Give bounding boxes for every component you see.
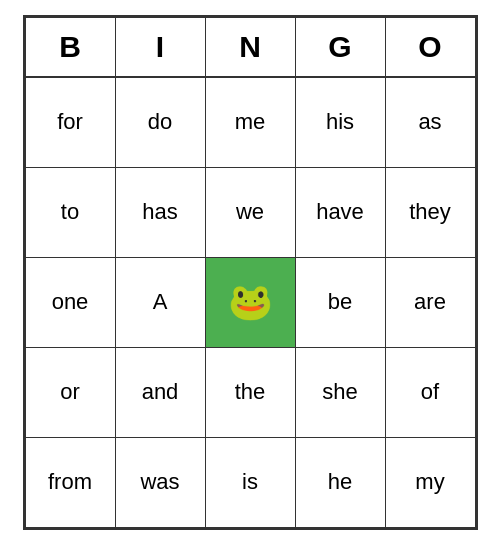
bingo-cell-r3-c3: she bbox=[295, 347, 385, 437]
bingo-cell-r1-c4: they bbox=[385, 167, 475, 257]
bingo-cell-r3-c2: the bbox=[205, 347, 295, 437]
bingo-cell-r3-c0: or bbox=[25, 347, 115, 437]
table-row: oneA🐸beare bbox=[25, 257, 475, 347]
bingo-cell-r4-c4: my bbox=[385, 437, 475, 527]
bingo-cell-r1-c2: we bbox=[205, 167, 295, 257]
bingo-cell-r0-c4: as bbox=[385, 77, 475, 167]
bingo-cell-r3-c1: and bbox=[115, 347, 205, 437]
header-cell-i: I bbox=[115, 17, 205, 77]
table-row: fromwasishemy bbox=[25, 437, 475, 527]
bingo-cell-r0-c1: do bbox=[115, 77, 205, 167]
bingo-cell-r2-c1: A bbox=[115, 257, 205, 347]
bingo-cell-r4-c3: he bbox=[295, 437, 385, 527]
bingo-cell-r1-c1: has bbox=[115, 167, 205, 257]
table-row: tohaswehavethey bbox=[25, 167, 475, 257]
table-row: fordomehisas bbox=[25, 77, 475, 167]
table-row: orandthesheof bbox=[25, 347, 475, 437]
bingo-cell-r2-c0: one bbox=[25, 257, 115, 347]
bingo-cell-r4-c1: was bbox=[115, 437, 205, 527]
bingo-cell-r4-c0: from bbox=[25, 437, 115, 527]
header-cell-b: B bbox=[25, 17, 115, 77]
bingo-cell-r2-c2: 🐸 bbox=[205, 257, 295, 347]
header-row: BINGO bbox=[25, 17, 475, 77]
bingo-cell-r3-c4: of bbox=[385, 347, 475, 437]
bingo-cell-r4-c2: is bbox=[205, 437, 295, 527]
header-cell-n: N bbox=[205, 17, 295, 77]
frog-icon: 🐸 bbox=[228, 281, 273, 322]
bingo-table: BINGO fordomehisastohaswehavetheyoneA🐸be… bbox=[25, 17, 476, 528]
bingo-cell-r1-c0: to bbox=[25, 167, 115, 257]
bingo-cell-r0-c3: his bbox=[295, 77, 385, 167]
bingo-cell-r1-c3: have bbox=[295, 167, 385, 257]
bingo-cell-r2-c4: are bbox=[385, 257, 475, 347]
bingo-cell-r0-c2: me bbox=[205, 77, 295, 167]
bingo-cell-r0-c0: for bbox=[25, 77, 115, 167]
bingo-card: BINGO fordomehisastohaswehavetheyoneA🐸be… bbox=[23, 15, 478, 530]
header-cell-g: G bbox=[295, 17, 385, 77]
header-cell-o: O bbox=[385, 17, 475, 77]
bingo-cell-r2-c3: be bbox=[295, 257, 385, 347]
